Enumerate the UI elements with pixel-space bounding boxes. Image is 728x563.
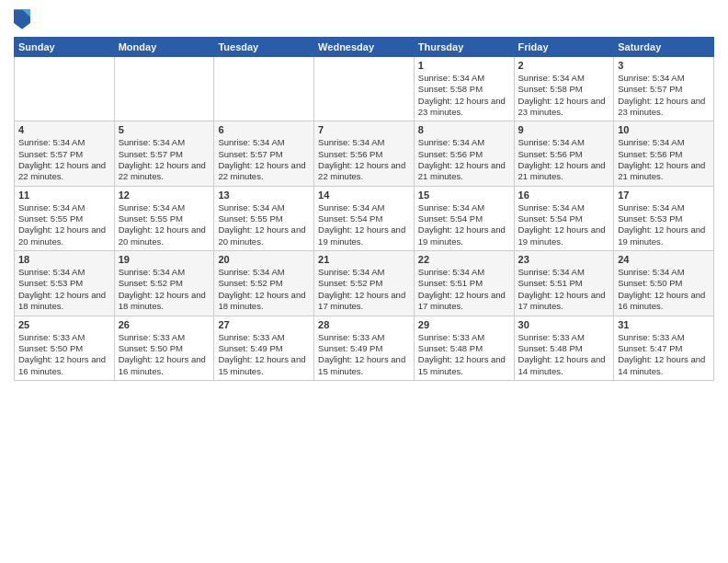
day-info: Sunrise: 5:33 AM xyxy=(218,332,310,343)
day-number: 25 xyxy=(18,319,110,330)
day-cell xyxy=(15,57,115,121)
day-info: Sunrise: 5:34 AM xyxy=(518,137,610,148)
day-info: Daylight: 12 hours and 19 minutes. xyxy=(418,224,510,247)
day-number: 7 xyxy=(318,124,410,135)
day-info: Sunset: 5:47 PM xyxy=(618,343,710,354)
day-number: 31 xyxy=(618,319,710,330)
day-info: Sunset: 5:50 PM xyxy=(18,343,110,354)
logo[interactable] xyxy=(14,9,34,29)
day-info: Sunrise: 5:34 AM xyxy=(418,267,510,278)
day-info: Daylight: 12 hours and 21 minutes. xyxy=(418,160,510,183)
day-number: 24 xyxy=(618,254,710,265)
day-info: Sunset: 5:57 PM xyxy=(18,149,110,160)
day-number: 20 xyxy=(218,254,310,265)
day-info: Sunset: 5:48 PM xyxy=(418,343,510,354)
day-info: Daylight: 12 hours and 14 minutes. xyxy=(518,354,610,377)
week-row-3: 18Sunrise: 5:34 AMSunset: 5:53 PMDayligh… xyxy=(15,251,714,316)
day-number: 12 xyxy=(119,190,210,201)
day-cell: 26Sunrise: 5:33 AMSunset: 5:50 PMDayligh… xyxy=(114,316,214,380)
day-cell: 4Sunrise: 5:34 AMSunset: 5:57 PMDaylight… xyxy=(15,121,115,186)
day-info: Sunrise: 5:34 AM xyxy=(318,137,410,148)
day-info: Daylight: 12 hours and 16 minutes. xyxy=(618,290,710,313)
day-info: Daylight: 12 hours and 22 minutes. xyxy=(18,160,110,183)
day-info: Sunrise: 5:34 AM xyxy=(18,137,110,148)
day-info: Sunrise: 5:33 AM xyxy=(119,332,210,343)
day-number: 9 xyxy=(518,124,610,135)
day-number: 3 xyxy=(618,60,710,71)
header xyxy=(14,9,714,29)
day-number: 1 xyxy=(418,60,510,71)
day-cell: 11Sunrise: 5:34 AMSunset: 5:55 PMDayligh… xyxy=(15,186,115,250)
day-info: Sunrise: 5:34 AM xyxy=(518,267,610,278)
day-info: Sunrise: 5:34 AM xyxy=(618,137,710,148)
day-info: Sunrise: 5:33 AM xyxy=(18,332,110,343)
day-info: Daylight: 12 hours and 14 minutes. xyxy=(618,354,710,377)
day-info: Sunrise: 5:34 AM xyxy=(119,267,210,278)
day-info: Daylight: 12 hours and 15 minutes. xyxy=(218,354,310,377)
day-cell: 17Sunrise: 5:34 AMSunset: 5:53 PMDayligh… xyxy=(614,186,714,250)
day-cell: 10Sunrise: 5:34 AMSunset: 5:56 PMDayligh… xyxy=(614,121,714,186)
day-cell xyxy=(314,57,415,121)
day-info: Daylight: 12 hours and 18 minutes. xyxy=(218,290,310,313)
day-info: Sunrise: 5:34 AM xyxy=(18,267,110,278)
day-cell: 30Sunrise: 5:33 AMSunset: 5:48 PMDayligh… xyxy=(514,316,614,380)
week-row-2: 11Sunrise: 5:34 AMSunset: 5:55 PMDayligh… xyxy=(15,186,714,250)
day-info: Sunset: 5:52 PM xyxy=(119,278,210,289)
day-info: Sunset: 5:55 PM xyxy=(18,213,110,224)
day-cell: 7Sunrise: 5:34 AMSunset: 5:56 PMDaylight… xyxy=(314,121,415,186)
day-number: 8 xyxy=(418,124,510,135)
day-info: Sunset: 5:52 PM xyxy=(218,278,310,289)
day-info: Sunrise: 5:34 AM xyxy=(119,137,210,148)
day-info: Sunset: 5:53 PM xyxy=(18,278,110,289)
day-info: Daylight: 12 hours and 15 minutes. xyxy=(418,354,510,377)
day-info: Sunset: 5:54 PM xyxy=(418,213,510,224)
day-cell: 21Sunrise: 5:34 AMSunset: 5:52 PMDayligh… xyxy=(314,251,415,316)
day-info: Sunrise: 5:34 AM xyxy=(418,73,510,84)
day-info: Sunset: 5:49 PM xyxy=(318,343,410,354)
day-info: Sunrise: 5:34 AM xyxy=(318,267,410,278)
day-info: Sunset: 5:51 PM xyxy=(418,278,510,289)
day-info: Daylight: 12 hours and 18 minutes. xyxy=(119,290,210,313)
day-info: Daylight: 12 hours and 19 minutes. xyxy=(318,224,410,247)
day-info: Daylight: 12 hours and 22 minutes. xyxy=(218,160,310,183)
day-number: 22 xyxy=(418,254,510,265)
day-info: Sunrise: 5:34 AM xyxy=(618,73,710,84)
day-info: Sunrise: 5:34 AM xyxy=(218,137,310,148)
day-info: Sunset: 5:54 PM xyxy=(518,213,610,224)
day-info: Sunrise: 5:34 AM xyxy=(218,202,310,213)
day-info: Sunset: 5:55 PM xyxy=(119,213,210,224)
day-number: 19 xyxy=(119,254,210,265)
day-number: 29 xyxy=(418,319,510,330)
day-info: Daylight: 12 hours and 22 minutes. xyxy=(318,160,410,183)
calendar-container: SundayMondayTuesdayWednesdayThursdayFrid… xyxy=(0,0,728,563)
day-number: 6 xyxy=(218,124,310,135)
day-cell: 1Sunrise: 5:34 AMSunset: 5:58 PMDaylight… xyxy=(414,57,514,121)
day-number: 23 xyxy=(518,254,610,265)
day-cell xyxy=(114,57,214,121)
day-number: 16 xyxy=(518,190,610,201)
day-number: 17 xyxy=(618,190,710,201)
day-cell: 5Sunrise: 5:34 AMSunset: 5:57 PMDaylight… xyxy=(114,121,214,186)
day-number: 4 xyxy=(18,124,110,135)
day-info: Daylight: 12 hours and 23 minutes. xyxy=(418,96,510,119)
day-info: Sunrise: 5:34 AM xyxy=(418,137,510,148)
day-info: Daylight: 12 hours and 20 minutes. xyxy=(18,224,110,247)
day-cell xyxy=(214,57,314,121)
day-number: 11 xyxy=(18,190,110,201)
day-info: Sunset: 5:48 PM xyxy=(518,343,610,354)
day-info: Sunset: 5:56 PM xyxy=(418,149,510,160)
week-row-0: 1Sunrise: 5:34 AMSunset: 5:58 PMDaylight… xyxy=(15,57,714,121)
day-info: Daylight: 12 hours and 16 minutes. xyxy=(119,354,210,377)
day-number: 21 xyxy=(318,254,410,265)
logo-icon xyxy=(14,9,30,29)
week-row-4: 25Sunrise: 5:33 AMSunset: 5:50 PMDayligh… xyxy=(15,316,714,380)
day-cell: 8Sunrise: 5:34 AMSunset: 5:56 PMDaylight… xyxy=(414,121,514,186)
day-info: Sunrise: 5:33 AM xyxy=(518,332,610,343)
day-cell: 27Sunrise: 5:33 AMSunset: 5:49 PMDayligh… xyxy=(214,316,314,380)
day-info: Sunset: 5:57 PM xyxy=(119,149,210,160)
day-info: Sunset: 5:56 PM xyxy=(518,149,610,160)
day-cell: 29Sunrise: 5:33 AMSunset: 5:48 PMDayligh… xyxy=(414,316,514,380)
day-number: 30 xyxy=(518,319,610,330)
day-info: Sunrise: 5:34 AM xyxy=(618,267,710,278)
day-cell: 22Sunrise: 5:34 AMSunset: 5:51 PMDayligh… xyxy=(414,251,514,316)
